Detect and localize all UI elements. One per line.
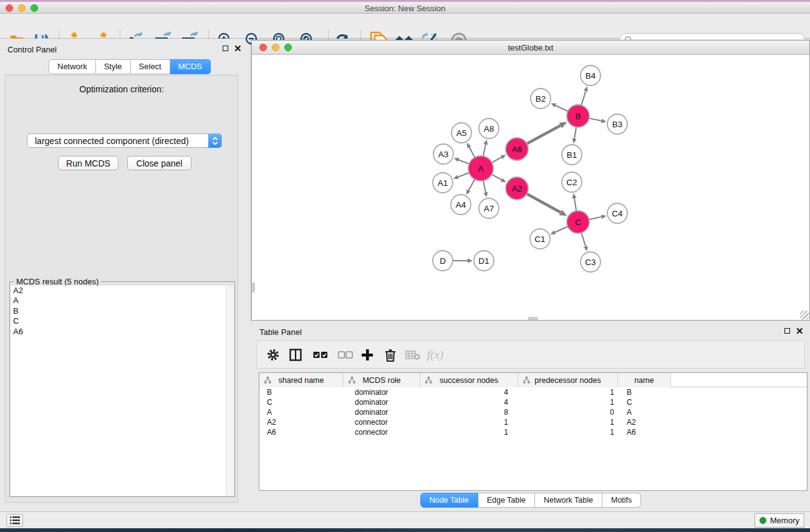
tab-style[interactable]: Style (96, 59, 131, 74)
table-body: Bdominator41BCdominator41CAdominator80AA… (259, 387, 807, 437)
node-label: A5 (456, 128, 467, 138)
edge-A-A6 (492, 157, 502, 162)
column-header-MCDS-role[interactable]: MCDS role (344, 373, 420, 387)
node-label: B3 (612, 120, 623, 129)
network-view-window: testGlobe.txt B4B2BB3A8A5A6A3B1AC2A1A2A4… (251, 40, 810, 321)
dropdown-stepper-icon (208, 133, 221, 148)
optimization-criterion-label: Optimization criterion: (6, 84, 238, 94)
table-cell: 4 (420, 388, 518, 397)
node-label: A1 (438, 178, 448, 188)
table-cell: 1 (518, 388, 618, 397)
tab-network-table[interactable]: Network Table (535, 493, 602, 508)
node-label: B2 (536, 94, 546, 104)
table-row[interactable]: Adominator80A (259, 407, 807, 417)
table-row[interactable]: A6connector11A6 (259, 427, 807, 437)
node-label: B (575, 112, 581, 121)
table-cell: 1 (420, 418, 518, 427)
float-panel-icon[interactable] (223, 46, 228, 51)
arrowhead-icon (584, 86, 588, 92)
deselect-all-icon[interactable] (337, 346, 354, 364)
close-panel-button[interactable]: Close panel (127, 156, 191, 170)
column-header-predecessor-nodes[interactable]: predecessor nodes (518, 373, 618, 387)
main-toolbar (0, 14, 810, 39)
table-settings-icon[interactable] (264, 346, 282, 364)
network-window-titlebar[interactable]: testGlobe.txt (252, 41, 809, 55)
tab-node-table[interactable]: Node Table (420, 493, 478, 508)
edge-C-C1 (555, 226, 568, 232)
run-mcds-button[interactable]: Run MCDS (58, 156, 118, 170)
table-cell: dominator (344, 398, 420, 407)
node-label: A4 (456, 200, 466, 210)
memory-label: Memory (770, 516, 799, 525)
node-label: C3 (585, 258, 595, 267)
result-item[interactable]: A6 (11, 327, 234, 337)
tab-edge-table[interactable]: Edge Table (478, 493, 535, 508)
add-column-icon[interactable] (359, 346, 376, 364)
table-row[interactable]: A2connector11A2 (259, 417, 807, 427)
node-table: shared nameMCDS rolesuccessor nodesprede… (259, 372, 808, 491)
table-toolbar: f(x) (256, 341, 805, 369)
network-vscroll-thumb[interactable] (252, 283, 255, 293)
show-columns-icon[interactable] (287, 346, 304, 364)
application-window: Session: New Session (0, 0, 810, 532)
edge-A-A4 (469, 180, 475, 191)
close-panel-icon[interactable]: ✕ (234, 46, 242, 51)
list-icon (10, 516, 20, 525)
tab-select[interactable]: Select (131, 59, 170, 74)
network-hscroll-thumb[interactable] (528, 317, 538, 320)
window-title: Session: New Session (0, 4, 810, 13)
column-header-shared-name[interactable]: shared name (259, 373, 344, 387)
status-bar: Memory (0, 511, 810, 528)
result-item[interactable]: C (11, 316, 234, 326)
result-item[interactable]: B (11, 306, 234, 316)
tab-mcds[interactable]: MCDS (170, 59, 211, 74)
arrowhead-icon (483, 192, 488, 198)
float-table-panel-icon[interactable] (784, 328, 790, 334)
delete-column-icon[interactable] (382, 346, 399, 364)
column-header-name[interactable]: name (618, 373, 671, 387)
edge-A6-B (527, 125, 561, 143)
node-label: C (575, 218, 581, 227)
edge-A2-C (527, 194, 561, 213)
control-panel-title: Control Panel (7, 45, 57, 54)
table-cell: B (259, 388, 344, 397)
criterion-dropdown[interactable]: largest connected component (directed) (27, 133, 222, 148)
tab-motifs[interactable]: Motifs (602, 493, 641, 508)
window-titlebar: Session: New Session (0, 2, 810, 14)
table-cell: A (259, 408, 344, 417)
result-item[interactable]: A2 (11, 286, 234, 296)
result-item[interactable]: A (11, 296, 234, 306)
arrowhead-icon (584, 246, 588, 251)
memory-button[interactable]: Memory (755, 513, 804, 528)
close-table-panel-icon[interactable]: ✕ (796, 328, 804, 334)
table-row[interactable]: Bdominator41B (259, 387, 807, 397)
mcds-result-title: MCDS result (5 nodes) (14, 277, 101, 286)
table-cell: A2 (259, 418, 344, 427)
delete-table-icon[interactable] (404, 346, 422, 364)
function-builder-icon: f(x) (427, 346, 444, 364)
table-cell: B (618, 388, 671, 397)
table-cell: A2 (618, 418, 671, 427)
mcds-panel: Optimization criterion: largest connecte… (5, 75, 238, 503)
table-row[interactable]: Cdominator41C (259, 397, 807, 407)
mcds-result-group: MCDS result (5 nodes) A2ABCA6 (9, 281, 235, 497)
network-canvas[interactable]: B4B2BB3A8A5A6A3B1AC2A1A2A4A7C4CC1DD1C3 (252, 55, 809, 320)
node-label: A2 (512, 184, 523, 193)
table-cell: dominator (344, 408, 420, 417)
edge-C-C2 (574, 198, 576, 211)
table-cell: 8 (420, 408, 518, 417)
window-resize-grip[interactable] (800, 311, 809, 319)
column-header-successor-nodes[interactable]: successor nodes (420, 373, 518, 387)
table-cell: A6 (259, 428, 344, 437)
select-all-icon[interactable] (312, 346, 329, 364)
node-label: B1 (567, 150, 577, 160)
node-label: C1 (534, 235, 545, 244)
node-label: C2 (566, 178, 577, 187)
edge-C-C4 (589, 217, 602, 220)
result-scrollbar[interactable] (226, 286, 234, 496)
tab-network[interactable]: Network (49, 59, 96, 74)
arrowhead-icon (483, 140, 488, 145)
network-window-title: testGlobe.txt (252, 43, 809, 52)
edge-A-A1 (458, 173, 469, 177)
task-history-button[interactable] (6, 514, 23, 527)
